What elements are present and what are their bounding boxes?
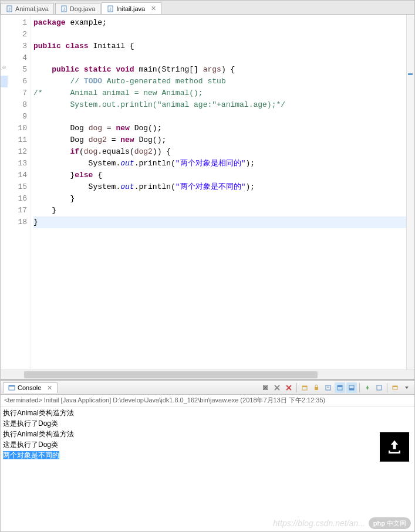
tab-label: Animal.java <box>15 5 49 12</box>
code-line[interactable]: package example; <box>33 17 406 29</box>
line-number: 1 <box>8 17 27 29</box>
svg-rect-16 <box>302 386 307 387</box>
line-number: 12 <box>8 146 27 158</box>
console-header: Console ✕ <box>1 381 414 395</box>
toolbar-separator <box>359 383 360 392</box>
svg-text:J: J <box>63 7 65 11</box>
code-line[interactable]: Dog dog2 = new Dog(); <box>33 134 406 146</box>
line-number: 3 <box>8 40 27 52</box>
line-number: 2 <box>8 29 27 40</box>
horizontal-scrollbar[interactable] <box>1 370 414 379</box>
console-icon <box>8 384 15 391</box>
console-toolbar <box>260 382 412 393</box>
console-line[interactable]: 这是执行了Dog类 <box>3 439 412 450</box>
toolbar-separator <box>296 383 297 392</box>
editor-tab[interactable]: JAnimal.java <box>1 3 54 14</box>
code-line[interactable]: System.out.println("两个对象是不同的"); <box>33 181 406 193</box>
line-number: 7 <box>8 87 27 99</box>
code-line[interactable] <box>33 111 406 123</box>
svg-text:J: J <box>110 7 112 11</box>
java-file-icon: J <box>6 5 13 12</box>
remove-all-button[interactable] <box>272 382 282 393</box>
svg-rect-24 <box>377 385 382 390</box>
overview-ruler[interactable] <box>406 15 414 370</box>
warning-marker <box>1 76 8 87</box>
toolbar-separator <box>387 383 387 392</box>
java-file-icon: J <box>60 5 68 12</box>
java-file-icon: J <box>107 5 114 12</box>
code-line[interactable]: } <box>33 205 406 216</box>
line-number: 11 <box>8 134 27 146</box>
console-panel: Console ✕ <terminated> Init <box>1 379 414 531</box>
console-line[interactable]: 两个对象是不同的 <box>3 450 412 460</box>
console-line[interactable]: 执行Animal类构造方法 <box>3 408 412 418</box>
fold-icon: ⊖ <box>1 64 8 76</box>
tab-label: Dog.java <box>70 5 95 12</box>
svg-rect-26 <box>393 386 397 387</box>
svg-text:J: J <box>8 7 11 11</box>
remove-launch-button[interactable] <box>260 382 271 393</box>
tab-label: Initail.java <box>116 5 145 12</box>
line-number: 18 <box>8 216 27 228</box>
code-line[interactable] <box>33 52 406 64</box>
editor-tab[interactable]: JInitail.java✕ <box>102 2 161 14</box>
line-number-gutter: 123456789101112131415161718 <box>8 15 31 370</box>
svg-rect-17 <box>315 387 318 390</box>
console-line[interactable]: 执行Animal类构造方法 <box>3 429 412 439</box>
code-line[interactable]: public class Initail { <box>33 40 406 52</box>
close-icon[interactable]: ✕ <box>151 5 156 12</box>
line-number: 14 <box>8 170 27 181</box>
console-tab[interactable]: Console ✕ <box>3 382 58 393</box>
svg-rect-7 <box>9 385 15 387</box>
code-line[interactable]: System.out.println("animal age:"+animal.… <box>33 99 406 111</box>
show-console-stderr-button[interactable] <box>346 382 357 393</box>
console-tab-label: Console <box>18 384 41 391</box>
display-selected-console-button[interactable] <box>374 382 384 393</box>
line-number: 15 <box>8 181 27 193</box>
editor-tab[interactable]: JDog.java <box>55 3 100 14</box>
watermark: https://blog.csdn.net/an... php 中文网 <box>273 517 411 529</box>
scrollbar-thumb[interactable] <box>24 371 318 378</box>
line-number: 5 <box>8 64 27 76</box>
line-number: 10 <box>8 123 27 134</box>
pin-console-button[interactable] <box>362 382 373 393</box>
console-line[interactable]: 这是执行了Dog类 <box>3 418 412 429</box>
annotation-strip: ⊖ <box>1 15 8 370</box>
terminate-button[interactable] <box>284 382 294 393</box>
code-line[interactable]: if(dog.equals(dog2)) { <box>33 146 406 158</box>
show-console-stdout-button[interactable] <box>335 382 345 393</box>
code-line[interactable]: System.out.println("两个对象是相同的"); <box>33 158 406 170</box>
overview-mark[interactable] <box>408 73 413 75</box>
line-number: 13 <box>8 158 27 170</box>
code-line[interactable] <box>33 29 406 40</box>
close-icon[interactable]: ✕ <box>47 384 52 392</box>
svg-rect-21 <box>338 385 342 387</box>
code-line[interactable]: } <box>33 193 406 205</box>
svg-rect-23 <box>349 388 354 390</box>
php-badge: php 中文网 <box>369 517 411 529</box>
console-status: <terminated> Initail [Java Application] … <box>1 395 414 406</box>
editor-tab-bar: JAnimal.javaJDog.javaJInitail.java✕ <box>1 1 414 15</box>
ide-window: JAnimal.javaJDog.javaJInitail.java✕ ⊖ 12… <box>0 0 415 532</box>
line-number: 4 <box>8 52 27 64</box>
clear-console-button[interactable] <box>299 382 310 393</box>
code-line[interactable]: } <box>33 216 406 228</box>
console-output[interactable]: 执行Animal类构造方法这是执行了Dog类执行Animal类构造方法这是执行了… <box>1 406 414 531</box>
line-number: 16 <box>8 193 27 205</box>
code-line[interactable]: public static void main(String[] args) { <box>33 64 406 76</box>
code-content[interactable]: package example; public class Initail { … <box>31 15 406 370</box>
svg-rect-18 <box>326 385 330 390</box>
line-number: 6 <box>8 76 27 87</box>
dropdown-arrow-icon[interactable] <box>401 382 412 393</box>
code-line[interactable]: Dog dog = new Dog(); <box>33 123 406 134</box>
word-wrap-button[interactable] <box>323 382 333 393</box>
code-line[interactable]: /* Animal animal = new Animal(); <box>33 87 406 99</box>
code-line[interactable]: }else { <box>33 170 406 181</box>
code-line[interactable]: // TODO Auto-generated method stub <box>33 76 406 87</box>
open-console-button[interactable] <box>390 382 400 393</box>
line-number: 9 <box>8 111 27 123</box>
code-editor[interactable]: ⊖ 123456789101112131415161718 package ex… <box>1 15 414 370</box>
floating-upload-badge[interactable] <box>380 432 409 462</box>
scroll-lock-button[interactable] <box>311 382 322 393</box>
line-number: 8 <box>8 99 27 111</box>
